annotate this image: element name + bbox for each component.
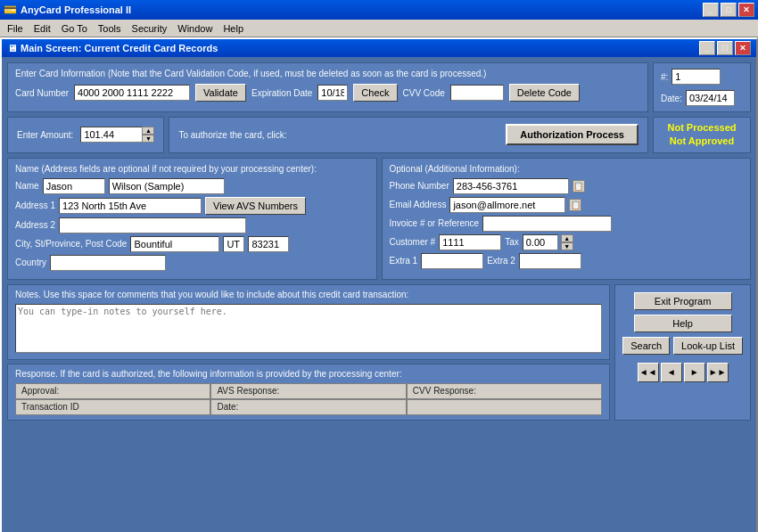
main-window: 🖥 Main Screen: Current Credit Card Recor… [0, 37, 758, 532]
country-label: Country [15, 258, 46, 267]
check-button[interactable]: Check [353, 84, 397, 102]
address-section: Name (Address fields are optional if not… [7, 158, 751, 280]
invoice-row: Invoice # or Reference [390, 216, 744, 232]
cvv-response-cell: CVV Response: [407, 383, 602, 399]
close-app-button[interactable]: ✕ [738, 3, 754, 17]
phone-row: Phone Number 📋 [390, 178, 744, 194]
state-input[interactable] [223, 236, 244, 252]
view-avs-button[interactable]: View AVS Numbers [205, 197, 306, 215]
expiration-label: Expiration Date [251, 88, 312, 98]
transaction-label: Transaction ID [21, 402, 79, 412]
tax-spin-up[interactable]: ▲ [561, 234, 573, 242]
optional-label: Optional (Additional Information): [390, 164, 744, 174]
address1-label: Address 1 [15, 201, 55, 210]
customer-input[interactable] [439, 234, 501, 250]
address2-input[interactable] [59, 217, 246, 233]
optional-panel: Optional (Additional Information): Phone… [382, 158, 752, 280]
date-row: Date: [661, 90, 743, 106]
authorization-button[interactable]: Authorization Process [506, 124, 639, 145]
zip-input[interactable] [248, 236, 289, 252]
menu-edit[interactable]: Edit [29, 21, 56, 36]
extra1-input[interactable] [421, 253, 483, 269]
amount-label: Enter Amount: [17, 130, 73, 140]
spin-up[interactable]: ▲ [142, 127, 154, 135]
exit-button[interactable]: Exit Program [634, 292, 732, 310]
menu-window[interactable]: Window [172, 21, 218, 36]
response-row1: Approval: AVS Response: CVV Response: [15, 383, 602, 399]
name-label: Name [15, 181, 39, 191]
email-row: Email Address 📋 [390, 197, 744, 213]
nav-first-button[interactable]: ◄◄ [638, 363, 659, 382]
menu-tools[interactable]: Tools [93, 21, 127, 36]
email-label: Email Address [390, 200, 447, 209]
main-maximize-button[interactable]: □ [717, 41, 733, 55]
minimize-button[interactable]: _ [703, 3, 719, 17]
nav-next-button[interactable]: ► [684, 363, 705, 382]
amount-panel: Enter Amount: ▲ ▼ [7, 117, 164, 153]
validate-button[interactable]: Validate [195, 84, 246, 102]
num-label: #: [661, 72, 668, 82]
spin-down[interactable]: ▼ [142, 135, 154, 143]
address1-input[interactable] [59, 198, 202, 214]
nav-last-button[interactable]: ►► [707, 363, 729, 382]
cvv-input[interactable] [450, 85, 504, 101]
num-input[interactable] [671, 69, 721, 85]
phone-input[interactable] [453, 178, 569, 194]
response-date-cell: Date: [210, 399, 406, 415]
notes-textarea[interactable] [15, 304, 602, 353]
status-line1: Not Processed [667, 121, 736, 135]
email-input[interactable] [449, 197, 565, 213]
tax-spinner[interactable]: ▲ ▼ [561, 234, 573, 250]
date-input[interactable] [686, 90, 735, 106]
first-name-input[interactable] [43, 178, 105, 194]
phone-copy-icon[interactable]: 📋 [573, 180, 585, 192]
num-date-box: #: Date: [653, 62, 751, 112]
email-copy-icon[interactable]: 📋 [569, 199, 581, 211]
last-name-input[interactable] [109, 178, 225, 194]
city-input[interactable] [130, 236, 219, 252]
response-empty-cell [407, 399, 602, 415]
name-row: Name [15, 178, 369, 194]
main-close-button[interactable]: ✕ [735, 41, 751, 55]
help-button[interactable]: Help [634, 315, 732, 332]
invoice-input[interactable] [482, 216, 612, 232]
card-info-label: Enter Card Information (Note that the Ca… [15, 69, 640, 78]
response-date-label: Date: [217, 402, 238, 412]
menu-security[interactable]: Security [127, 21, 173, 36]
main-minimize-button[interactable]: _ [699, 41, 715, 55]
lookup-button[interactable]: Look-up List [673, 337, 743, 355]
response-row2: Transaction ID Date: [15, 399, 602, 415]
notes-left: Notes. Use this space for comments that … [7, 284, 610, 421]
tax-spin-down[interactable]: ▼ [561, 242, 573, 250]
response-label: Response. If the card is authorized, the… [15, 369, 602, 379]
maximize-button[interactable]: □ [721, 3, 737, 17]
avs-cell: AVS Response: [210, 383, 406, 399]
amount-spinner[interactable]: ▲ ▼ [142, 127, 154, 143]
app-icon: 💳 [4, 4, 17, 16]
address2-row: Address 2 [15, 217, 369, 233]
tax-input[interactable] [523, 234, 558, 250]
response-panel: Response. If the card is authorized, the… [7, 364, 610, 421]
nav-prev-button[interactable]: ◄ [661, 363, 682, 382]
card-info-panel: Enter Card Information (Note that the Ca… [7, 62, 648, 112]
delete-code-button[interactable]: Delete Code [509, 84, 580, 102]
amount-input[interactable] [80, 127, 143, 143]
amount-input-wrap: ▲ ▼ [80, 127, 154, 143]
notes-label: Notes. Use this space for comments that … [15, 290, 602, 299]
phone-label: Phone Number [390, 181, 449, 191]
menu-file[interactable]: File [2, 21, 29, 36]
notes-section: Notes. Use this space for comments that … [7, 284, 751, 421]
expiration-input[interactable] [317, 85, 348, 101]
search-button[interactable]: Search [622, 337, 670, 355]
top-section: Enter Card Information (Note that the Ca… [7, 62, 751, 112]
avs-label: AVS Response: [217, 386, 279, 396]
card-number-input[interactable] [74, 85, 190, 101]
middle-section: Enter Amount: ▲ ▼ To authorize the card,… [7, 117, 751, 153]
tax-label: Tax [505, 237, 519, 247]
extra2-input[interactable] [519, 253, 581, 269]
main-window-title: Main Screen: Current Credit Card Records [21, 43, 218, 53]
approval-label: Approval: [21, 386, 59, 396]
country-input[interactable] [50, 255, 166, 271]
menu-help[interactable]: Help [218, 21, 249, 36]
menu-goto[interactable]: Go To [56, 21, 93, 36]
